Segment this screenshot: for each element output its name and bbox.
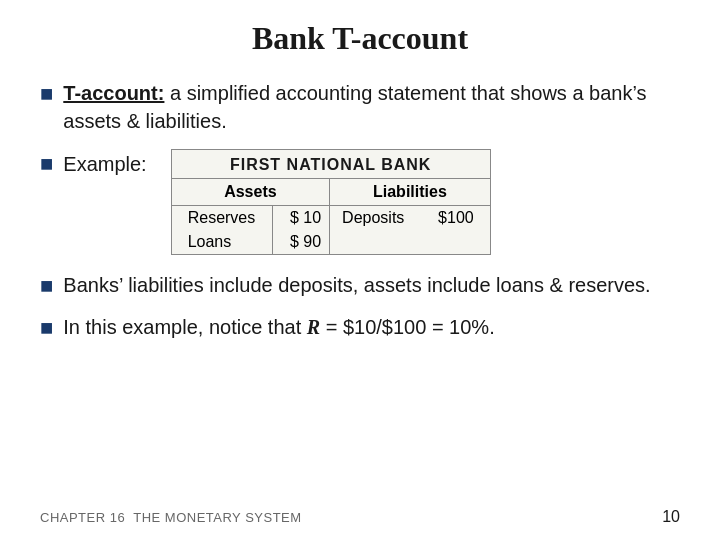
table-row-2: Loans $ 90 <box>171 230 490 255</box>
bank-name: FIRST NATIONAL BANK <box>171 150 490 179</box>
footer: CHAPTER 16 THE MONETARY SYSTEM 10 <box>40 508 680 526</box>
chapter-label: CHAPTER 16 <box>40 510 125 525</box>
bullet-formula: ■ In this example, notice that R = $10/$… <box>40 313 680 341</box>
table-row-1: Reserves $ 10 Deposits $100 <box>171 206 490 231</box>
page: Bank T-account ■ T-account: a simplified… <box>0 0 720 540</box>
chapter-subtitle: THE MONETARY SYSTEM <box>133 510 301 525</box>
formula-suffix: = $10/$100 = 10%. <box>320 316 495 338</box>
reserves-value: $ 10 <box>273 206 330 231</box>
example-label: Example: <box>63 149 146 176</box>
empty-liab-label <box>330 230 422 255</box>
footer-page: 10 <box>662 508 680 526</box>
term-label: T-account: <box>63 82 164 104</box>
footer-chapter: CHAPTER 16 THE MONETARY SYSTEM <box>40 510 302 525</box>
bullet-example: ■ Example: FIRST NATIONAL BANK Assets Li… <box>40 149 680 255</box>
loans-label: Loans <box>171 230 273 255</box>
bullet-icon-1: ■ <box>40 81 53 107</box>
formula-prefix: In this example, notice that <box>63 316 306 338</box>
t-account-table: FIRST NATIONAL BANK Assets Liabilities R… <box>171 149 491 255</box>
page-title: Bank T-account <box>40 20 680 57</box>
liabilities-header: Liabilities <box>330 179 491 206</box>
deposits-label: Deposits <box>330 206 422 231</box>
bullet-icon-3: ■ <box>40 273 53 299</box>
bullet-icon-4: ■ <box>40 315 53 341</box>
bank-name-row: FIRST NATIONAL BANK <box>171 150 490 179</box>
r-variable: R <box>307 316 320 338</box>
bullet-liabilities: ■ Banks’ liabilities include deposits, a… <box>40 271 680 299</box>
reserves-label: Reserves <box>171 206 273 231</box>
loans-value: $ 90 <box>273 230 330 255</box>
liabilities-text: Banks’ liabilities include deposits, ass… <box>63 271 650 299</box>
table-headers-row: Assets Liabilities <box>171 179 490 206</box>
formula-text: In this example, notice that R = $10/$10… <box>63 313 494 341</box>
deposits-value: $100 <box>421 206 490 231</box>
bullet-definition: ■ T-account: a simplified accounting sta… <box>40 79 680 135</box>
definition-text: T-account: a simplified accounting state… <box>63 79 680 135</box>
bullet-icon-2: ■ <box>40 151 53 177</box>
assets-header: Assets <box>171 179 329 206</box>
empty-liab-value <box>421 230 490 255</box>
